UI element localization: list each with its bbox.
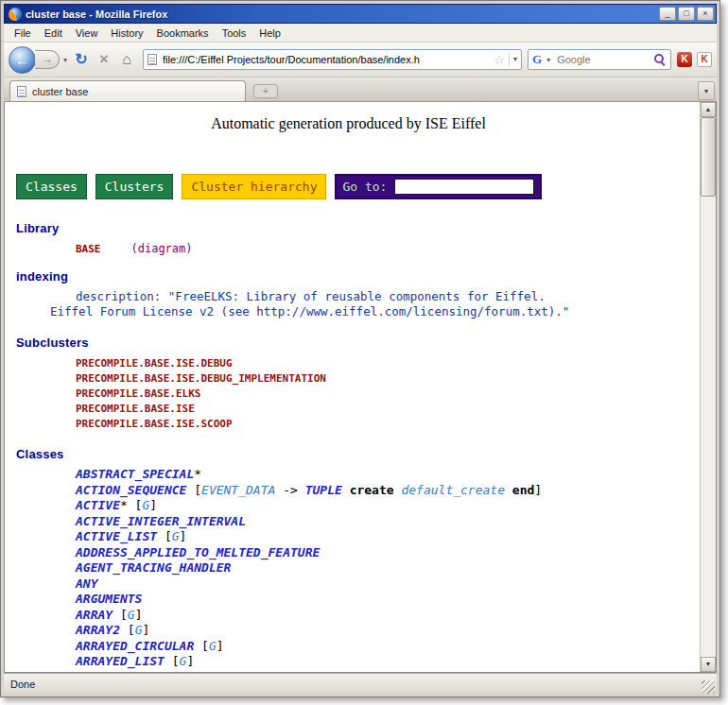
class-link[interactable]: ACTIVE [76,498,120,512]
search-input[interactable] [555,53,650,66]
menu-item[interactable]: File [8,26,38,41]
tab-title: cluster base [32,86,88,97]
menu-item[interactable]: Bookmarks [150,26,216,41]
kaspersky-secondary-icon[interactable]: K [697,52,712,67]
clusters-button[interactable]: Clusters [95,174,174,199]
url-input[interactable] [161,53,490,66]
menu-item[interactable]: Tools [216,26,253,41]
subcluster-link[interactable]: PRECOMPILE.BASE.ISE.SCOOP [16,417,700,432]
class-row: AGENT_TRACING_HANDLER [16,560,700,576]
home-icon[interactable]: ⌂ [116,49,137,70]
nav-toolbar: ← → ▾ ↻ × ⌂ ☆ ▾ G ▾ K K [4,43,717,77]
subclusters-list: PRECOMPILE.BASE.ISE.DEBUGPRECOMPILE.BASE… [16,356,700,432]
subcluster-link[interactable]: PRECOMPILE.BASE.ISE.DEBUG_IMPLEMENTATION [16,371,700,387]
subcluster-link[interactable]: PRECOMPILE.BASE.ISE [16,402,700,417]
class-link[interactable]: ADDRESS_APPLIED_TO_MELTED_FEATURE [76,545,320,559]
menu-item[interactable]: History [104,26,149,41]
code-text: [ [113,608,128,622]
minimize-button[interactable]: _ [659,7,676,21]
class-link[interactable]: ACTIVE_INTEGER_INTERVAL [76,514,246,528]
library-diagram-link[interactable]: (diagram) [131,242,193,255]
generic-param-link[interactable]: EVENT_DATA [201,483,275,497]
generic-param-link[interactable]: G [209,639,217,653]
class-row: ARRAYED_LIST [G] [16,654,700,670]
search-engine-dropdown-icon[interactable]: ▾ [545,56,552,64]
class-link[interactable]: ANY [76,576,97,591]
scrollbar-thumb[interactable] [701,117,716,197]
maximize-button[interactable]: □ [678,7,695,21]
class-row: ACTION_SEQUENCE [EVENT_DATA -> TUPLE cre… [16,483,700,499]
url-dropdown-icon[interactable]: ▾ [509,53,517,66]
scroll-down-icon[interactable]: ▼ [701,657,716,672]
bookmark-star-icon[interactable]: ☆ [494,54,505,66]
class-link[interactable]: ARRAY [76,608,113,622]
code-text: [ [186,483,201,497]
firefox-icon [9,8,22,21]
subcluster-link[interactable]: PRECOMPILE.BASE.ISE.DEBUG [16,356,700,371]
classes-heading: Classes [16,447,700,461]
cluster-hierarchy-button[interactable]: Cluster hierarchy [182,174,326,199]
address-bar[interactable]: ☆ ▾ [143,49,522,70]
scroll-up-icon[interactable]: ▲ [701,102,716,117]
goto-input[interactable] [394,179,534,195]
forward-button[interactable]: → [35,50,60,69]
code-text: * [194,467,201,481]
vertical-scrollbar[interactable]: ▲ ▼ [700,102,716,672]
goto-label: Go to: [342,180,387,194]
generic-param-link[interactable]: G [172,529,180,543]
class-link[interactable]: ACTIVE_LIST [76,529,157,543]
description-line-1: description: "FreeELKS: Library of reusa… [16,289,700,304]
history-dropdown-icon[interactable]: ▾ [61,56,69,64]
titlebar[interactable]: cluster base - Mozilla Firefox _ □ × [4,4,717,24]
class-row: ACTIVE* [G] [16,498,700,514]
code-text [505,483,512,497]
doc-nav-buttons: Classes Clusters Cluster hierarchy Go to… [16,174,700,199]
code-text: create [350,483,394,497]
close-button[interactable]: × [697,7,714,21]
menu-item[interactable]: View [69,26,105,41]
indexing-heading: indexing [16,269,700,284]
new-tab-button[interactable]: + [253,84,278,98]
code-text: [ [157,529,172,543]
class-row: ACTIVE_LIST [G] [16,529,700,545]
class-link[interactable]: ARRAY2 [76,623,120,637]
goto-box: Go to: [335,174,542,199]
window-title: cluster base - Mozilla Firefox [26,9,655,20]
class-row: ARRAY2 [G] [16,623,700,639]
class-link[interactable]: ARRAYED_LIST [76,654,165,668]
class-link[interactable]: ARRAYED_CIRCULAR [76,639,194,653]
search-magnifier-icon[interactable] [653,53,667,66]
code-text: ] [534,483,542,497]
list-all-tabs-icon[interactable]: ▾ [698,81,715,100]
class-link[interactable]: ARRAYED_LIST_CURSOR [76,670,217,673]
generic-param-link[interactable]: default_create [401,483,505,497]
generic-param-link[interactable]: G [128,608,135,622]
code-text: ] [217,639,224,653]
library-base-link[interactable]: BASE [76,243,101,255]
menu-item[interactable]: Help [252,26,287,41]
subclusters-heading: Subclusters [16,335,700,350]
class-link[interactable]: AGENT_TRACING_HANDLER [76,560,231,575]
refresh-icon[interactable]: ↻ [71,49,92,70]
menu-item[interactable]: Edit [38,26,69,41]
subcluster-link[interactable]: PRECOMPILE.BASE.ELKS [16,387,700,402]
search-bar[interactable]: G ▾ [528,49,671,70]
classes-button[interactable]: Classes [16,174,87,199]
class-link[interactable]: ACTION_SEQUENCE [76,483,186,497]
browser-window: cluster base - Mozilla Firefox _ □ × Fil… [0,0,720,697]
tab-cluster-base[interactable]: cluster base [9,80,246,101]
back-button[interactable]: ← [9,46,36,74]
content-area: Automatic generation produced by ISE Eif… [4,101,717,673]
code-text: [ [120,623,135,637]
scrollbar-track[interactable] [701,197,716,657]
kaspersky-icon[interactable]: K [677,52,692,67]
status-text: Done [10,679,35,690]
class-link[interactable]: ABSTRACT_SPECIAL [76,467,194,481]
resize-grip[interactable] [702,680,715,694]
code-text: ] [142,623,149,637]
class-link[interactable]: TUPLE [305,483,342,497]
code-text: end [512,483,534,497]
code-text: ] [135,608,143,622]
stop-icon[interactable]: × [94,49,114,70]
class-link[interactable]: ARGUMENTS [76,592,142,606]
